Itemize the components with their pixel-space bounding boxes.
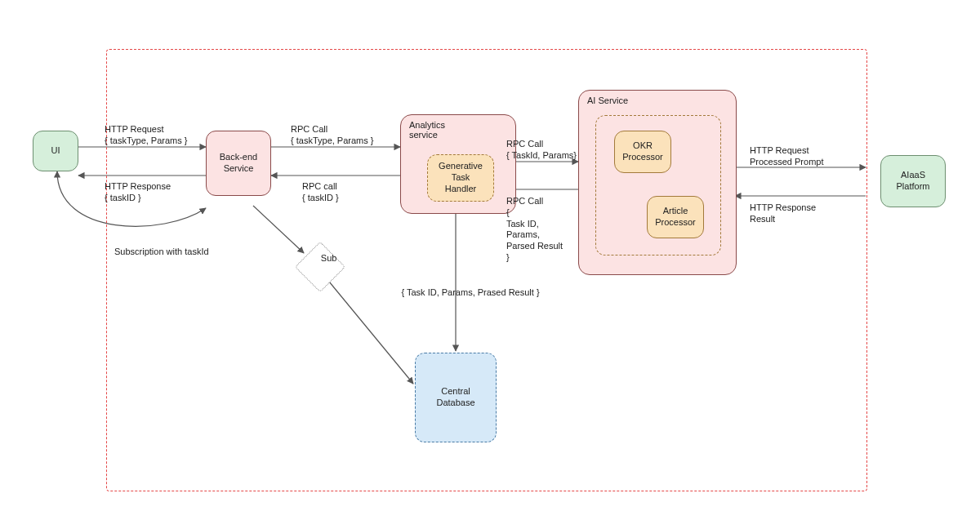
- generative-task-handler-label: Generative Task Handler: [439, 161, 483, 194]
- label-handler-to-db: { Task ID, Params, Prased Result }: [401, 287, 539, 299]
- article-processor-node: Article Processor: [647, 196, 704, 238]
- label-backend-to-ui: HTTP Response { taskID }: [105, 181, 171, 204]
- label-aiaas-to-ai: HTTP Response Result: [750, 202, 816, 225]
- aiaas-platform-label: AIaaS Platform: [897, 170, 930, 193]
- label-analytics-to-ai: RPC Call { TaskId, Params}: [506, 139, 577, 162]
- label-ai-to-aiaas: HTTP Request Processed Prompt: [750, 145, 823, 168]
- analytics-service-title: Analytics service: [409, 120, 445, 140]
- central-database-label: Central Database: [436, 386, 474, 409]
- aiaas-platform-node: AIaaS Platform: [880, 155, 946, 207]
- okr-processor-label: OKR Processor: [622, 140, 663, 163]
- label-ai-to-analytics: RPC Call { Task ID, Params, Parsed Resul…: [506, 196, 563, 264]
- generative-task-handler-node: Generative Task Handler: [427, 154, 494, 202]
- analytics-service-node: Analytics service Generative Task Handle…: [400, 114, 516, 214]
- label-analytics-to-backend: RPC call { taskID }: [302, 181, 339, 204]
- ui-node: UI: [33, 131, 78, 171]
- ai-processors-group: OKR Processor Article Processor: [595, 115, 721, 256]
- central-database-node: Central Database: [415, 353, 497, 442]
- label-backend-to-analytics: RPC Call { taskType, Params }: [291, 124, 374, 147]
- article-processor-label: Article Processor: [655, 206, 696, 229]
- label-ui-to-backend: HTTP Request { taskType, Params }: [105, 124, 188, 147]
- ai-service-node: AI Service OKR Processor Article Process…: [578, 90, 737, 275]
- ui-label: UI: [51, 145, 60, 157]
- label-subscription: Subscription with taskId: [114, 247, 209, 258]
- ai-service-title: AI Service: [587, 96, 628, 105]
- backend-service-label: Back-end Service: [220, 152, 257, 175]
- sub-label: Sub: [312, 253, 346, 263]
- okr-processor-node: OKR Processor: [614, 131, 671, 173]
- backend-service-node: Back-end Service: [206, 131, 271, 196]
